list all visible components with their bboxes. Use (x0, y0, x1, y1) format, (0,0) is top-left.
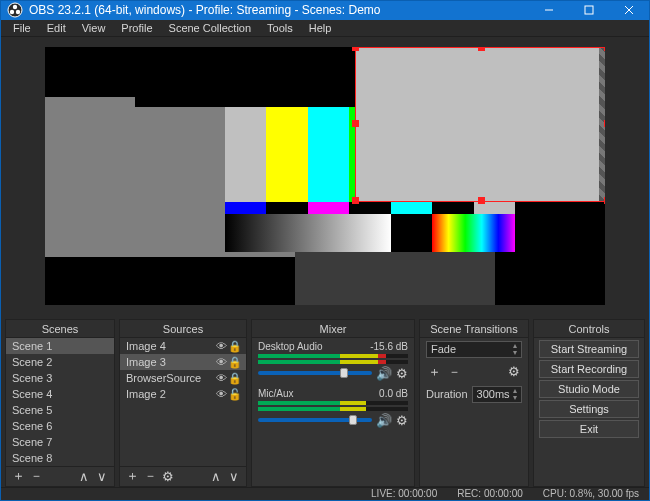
volume-slider[interactable] (258, 371, 372, 375)
minimize-button[interactable] (529, 1, 569, 20)
svg-rect-5 (585, 6, 593, 14)
app-window: OBS 23.2.1 (64-bit, windows) - Profile: … (0, 0, 650, 501)
status-rec: REC: 00:00:00 (447, 488, 533, 499)
scene-add-button[interactable]: ＋ (10, 468, 26, 484)
lock-toggle-icon[interactable]: 🔓 (228, 387, 242, 401)
channel-settings-button[interactable]: ⚙ (396, 366, 408, 381)
source-settings-button[interactable]: ⚙ (160, 468, 176, 484)
scene-up-button[interactable]: ∧ (76, 468, 92, 484)
channel-settings-button[interactable]: ⚙ (396, 413, 408, 428)
menu-scene-collection[interactable]: Scene Collection (161, 20, 260, 36)
scene-item[interactable]: Scene 7 (6, 434, 114, 450)
status-bar: LIVE: 00:00:00 REC: 00:00:00 CPU: 0.8%, … (1, 487, 649, 500)
transitions-panel: Scene Transitions Fade▴▾ ＋ － ⚙ Duration … (419, 319, 529, 487)
source-down-button[interactable]: ∨ (226, 468, 242, 484)
scene-item[interactable]: Scene 3 (6, 370, 114, 386)
preview-area[interactable] (1, 37, 649, 315)
mixer-channel-db: 0.0 dB (379, 388, 408, 399)
transition-remove-button[interactable]: － (446, 364, 462, 380)
scene-item[interactable]: Scene 4 (6, 386, 114, 402)
exit-button[interactable]: Exit (539, 420, 639, 438)
mixer-body: Desktop Audio-15.6 dB🔊⚙Mic/Aux0.0 dB🔊⚙ (252, 338, 414, 486)
scene-item[interactable]: Scene 2 (6, 354, 114, 370)
sources-list: Image 4👁🔒Image 3👁🔒BrowserSource👁🔒Image 2… (120, 338, 246, 466)
menu-file[interactable]: File (5, 20, 39, 36)
visibility-toggle-icon[interactable]: 👁 (214, 371, 228, 385)
scene-item[interactable]: Scene 6 (6, 418, 114, 434)
sources-header: Sources (120, 320, 246, 338)
scene-item[interactable]: Scene 5 (6, 402, 114, 418)
level-meter (258, 360, 408, 364)
volume-slider[interactable] (258, 418, 372, 422)
settings-button[interactable]: Settings (539, 400, 639, 418)
scene-down-button[interactable]: ∨ (94, 468, 110, 484)
app-icon (7, 2, 23, 18)
mute-button[interactable]: 🔊 (376, 413, 392, 428)
start-streaming-button[interactable]: Start Streaming (539, 340, 639, 358)
scene-remove-button[interactable]: － (28, 468, 44, 484)
source-item[interactable]: Image 4👁🔒 (120, 338, 246, 354)
mute-button[interactable]: 🔊 (376, 366, 392, 381)
lock-toggle-icon[interactable]: 🔒 (228, 339, 242, 353)
scenes-panel: Scenes Scene 1Scene 2Scene 3Scene 4Scene… (5, 319, 115, 487)
transition-duration-input[interactable]: 300ms▴▾ (472, 386, 522, 403)
visibility-toggle-icon[interactable]: 👁 (214, 387, 228, 401)
menu-tools[interactable]: Tools (259, 20, 301, 36)
source-item[interactable]: BrowserSource👁🔒 (120, 370, 246, 386)
source-up-button[interactable]: ∧ (208, 468, 224, 484)
source-item[interactable]: Image 2👁🔓 (120, 386, 246, 402)
source-add-button[interactable]: ＋ (124, 468, 140, 484)
transition-select[interactable]: Fade▴▾ (426, 341, 522, 358)
status-cpu: CPU: 0.8%, 30.00 fps (533, 488, 649, 499)
transition-add-button[interactable]: ＋ (426, 364, 442, 380)
visibility-toggle-icon[interactable]: 👁 (214, 339, 228, 353)
mixer-panel: Mixer Desktop Audio-15.6 dB🔊⚙Mic/Aux0.0 … (251, 319, 415, 487)
close-button[interactable] (609, 1, 649, 20)
mixer-channel-name: Mic/Aux (258, 388, 294, 399)
mixer-channel: Mic/Aux0.0 dB🔊⚙ (252, 385, 414, 432)
svg-point-1 (13, 5, 17, 9)
status-live: LIVE: 00:00:00 (361, 488, 447, 499)
source-remove-button[interactable]: － (142, 468, 158, 484)
transition-settings-button[interactable]: ⚙ (506, 364, 522, 380)
mixer-channel-db: -15.6 dB (370, 341, 408, 352)
level-meter (258, 407, 408, 411)
start-recording-button[interactable]: Start Recording (539, 360, 639, 378)
maximize-button[interactable] (569, 1, 609, 20)
lock-toggle-icon[interactable]: 🔒 (228, 355, 242, 369)
menu-edit[interactable]: Edit (39, 20, 74, 36)
mixer-channel: Desktop Audio-15.6 dB🔊⚙ (252, 338, 414, 385)
menubar: File Edit View Profile Scene Collection … (1, 20, 649, 37)
titlebar: OBS 23.2.1 (64-bit, windows) - Profile: … (1, 1, 649, 20)
window-title: OBS 23.2.1 (64-bit, windows) - Profile: … (29, 3, 529, 17)
visibility-toggle-icon[interactable]: 👁 (214, 355, 228, 369)
menu-view[interactable]: View (74, 20, 114, 36)
menu-profile[interactable]: Profile (113, 20, 160, 36)
svg-point-3 (16, 10, 20, 14)
level-meter (258, 354, 408, 358)
scenes-header: Scenes (6, 320, 114, 338)
docks: Scenes Scene 1Scene 2Scene 3Scene 4Scene… (1, 315, 649, 487)
source-item[interactable]: Image 3👁🔒 (120, 354, 246, 370)
svg-point-2 (10, 10, 14, 14)
scenes-list: Scene 1Scene 2Scene 3Scene 4Scene 5Scene… (6, 338, 114, 466)
scene-item[interactable]: Scene 1 (6, 338, 114, 354)
scene-item[interactable]: Scene 8 (6, 450, 114, 466)
lock-toggle-icon[interactable]: 🔒 (228, 371, 242, 385)
controls-header: Controls (534, 320, 644, 338)
mixer-header: Mixer (252, 320, 414, 338)
studio-mode-button[interactable]: Studio Mode (539, 380, 639, 398)
mixer-channel-name: Desktop Audio (258, 341, 323, 352)
duration-label: Duration (426, 388, 468, 400)
level-meter (258, 401, 408, 405)
preview-canvas[interactable] (45, 47, 605, 305)
sources-panel: Sources Image 4👁🔒Image 3👁🔒BrowserSource👁… (119, 319, 247, 487)
menu-help[interactable]: Help (301, 20, 340, 36)
controls-panel: Controls Start Streaming Start Recording… (533, 319, 645, 487)
transitions-header: Scene Transitions (420, 320, 528, 338)
